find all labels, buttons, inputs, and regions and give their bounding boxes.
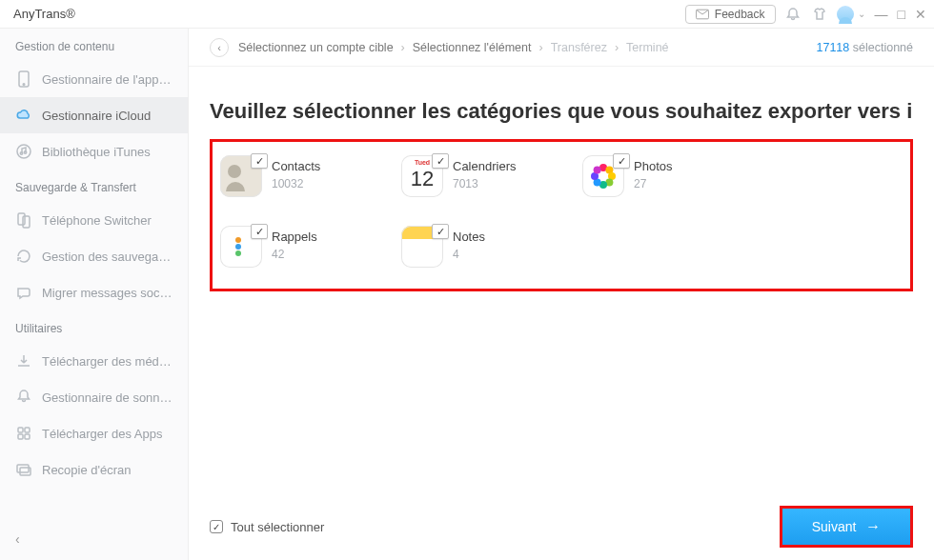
photos-icon: ✓	[582, 155, 624, 197]
breadcrumb-step: Terminé	[626, 41, 668, 54]
calendar-icon: Tued 12 ✓	[401, 155, 443, 197]
checkbox-icon[interactable]: ✓	[613, 153, 630, 169]
checkbox-icon[interactable]: ✓	[432, 153, 449, 169]
sidebar-item-label: Gestion des sauvegardes	[42, 250, 173, 264]
chevron-right-icon: ›	[538, 41, 542, 54]
category-calendars[interactable]: Tued 12 ✓ Calendriers 7013	[401, 155, 544, 197]
collapse-sidebar-button[interactable]: ‹	[0, 522, 188, 560]
category-count: 10032	[272, 177, 320, 190]
chevron-right-icon: ›	[401, 41, 405, 54]
sidebar-item-label: Gestionnaire iCloud	[42, 109, 151, 123]
reminders-icon: ✓	[220, 226, 262, 268]
footer: ✓ Tout sélectionner Suivant →	[189, 503, 934, 560]
arrow-right-icon: →	[865, 518, 881, 535]
contacts-icon: ✓	[220, 155, 262, 197]
sidebar-group-backup: Sauvegarde & Transfert	[0, 170, 188, 202]
svg-rect-6	[18, 213, 25, 225]
sidebar-item-device-manager[interactable]: Gestionnaire de l'appareil	[0, 61, 188, 97]
titlebar: AnyTrans® Feedback ⌄ — □ ✕	[0, 0, 934, 29]
sidebar-item-social-migrate[interactable]: Migrer messages sociaux	[0, 274, 188, 310]
sidebar-item-label: Gestionnaire de l'appareil	[42, 72, 173, 87]
close-button[interactable]: ✕	[915, 7, 926, 22]
mail-icon	[696, 9, 709, 20]
checkbox-icon[interactable]: ✓	[251, 224, 268, 239]
category-count: 42	[272, 248, 317, 261]
sidebar: Gestion de contenu Gestionnaire de l'app…	[0, 29, 189, 560]
category-count: 7013	[453, 177, 516, 190]
category-label: Notes	[453, 230, 485, 244]
category-contacts[interactable]: ✓ Contacts 10032	[220, 155, 363, 197]
shirt-icon[interactable]	[810, 5, 829, 24]
sidebar-group-utilities: Utilitaires	[0, 310, 188, 343]
sidebar-item-label: Recopie d'écran	[42, 463, 132, 477]
sidebar-item-label: Téléphone Switcher	[42, 213, 152, 228]
svg-rect-9	[25, 428, 30, 432]
svg-rect-12	[17, 465, 29, 472]
svg-rect-7	[23, 216, 30, 228]
bell-icon[interactable]	[783, 5, 802, 24]
feedback-button[interactable]: Feedback	[685, 5, 776, 24]
notes-icon: ✓	[401, 226, 443, 268]
breadcrumb-step[interactable]: Sélectionnez l'élément	[413, 41, 532, 54]
categories-grid: ✓ Contacts 10032 Tued 12 ✓	[220, 155, 903, 268]
breadcrumb-back-button[interactable]: ‹	[210, 38, 229, 57]
next-button-highlight: Suivant →	[780, 506, 913, 548]
svg-rect-11	[25, 434, 30, 439]
app-title: AnyTrans®	[13, 7, 75, 21]
select-all-checkbox[interactable]: ✓ Tout sélectionner	[210, 520, 324, 534]
category-label: Calendriers	[453, 159, 516, 173]
sidebar-item-phone-switcher[interactable]: Téléphone Switcher	[0, 202, 188, 238]
svg-rect-10	[18, 434, 23, 439]
sidebar-item-label: Bibliothèque iTunes	[42, 145, 151, 159]
sidebar-item-media-download[interactable]: Télécharger des médias	[0, 343, 188, 379]
sidebar-item-label: Migrer messages sociaux	[42, 286, 173, 300]
category-notes[interactable]: ✓ Notes 4	[401, 226, 544, 268]
category-label: Rappels	[272, 230, 317, 244]
chevron-down-icon[interactable]: ⌄	[858, 9, 865, 19]
main: ‹ Sélectionnez un compte cible › Sélecti…	[189, 29, 934, 560]
avatar[interactable]	[837, 6, 854, 23]
sidebar-item-label: Gestionnaire de sonnerie	[42, 390, 173, 405]
category-reminders[interactable]: ✓ Rappels 42	[220, 226, 363, 268]
category-count: 4	[453, 248, 485, 261]
sidebar-group-content: Gestion de contenu	[0, 29, 188, 61]
sidebar-item-screen-copy[interactable]: Recopie d'écran	[0, 451, 188, 488]
category-label: Contacts	[272, 159, 320, 173]
svg-point-2	[23, 84, 25, 86]
breadcrumb: ‹ Sélectionnez un compte cible › Sélecti…	[189, 29, 934, 67]
svg-point-21	[594, 167, 601, 174]
svg-rect-8	[18, 428, 23, 432]
categories-area-highlight: ✓ Contacts 10032 Tued 12 ✓	[210, 139, 913, 291]
checkbox-icon[interactable]: ✓	[251, 153, 268, 169]
next-button[interactable]: Suivant →	[782, 509, 910, 545]
sidebar-item-label: Télécharger des Apps	[42, 427, 162, 441]
checkbox-icon[interactable]: ✓	[432, 224, 449, 239]
next-button-label: Suivant	[812, 519, 857, 534]
sidebar-item-itunes-library[interactable]: Bibliothèque iTunes	[0, 133, 188, 170]
page-title: Veuillez sélectionner les catégories que…	[210, 99, 913, 124]
breadcrumb-step[interactable]: Sélectionnez un compte cible	[238, 41, 394, 54]
sidebar-item-label: Télécharger des médias	[42, 354, 173, 369]
selection-count: 17118 sélectionné	[817, 41, 913, 54]
feedback-label: Feedback	[715, 8, 765, 21]
sidebar-item-apps-download[interactable]: Télécharger des Apps	[0, 415, 188, 451]
sidebar-item-backup-manager[interactable]: Gestion des sauvegardes	[0, 238, 188, 274]
maximize-button[interactable]: □	[898, 7, 905, 22]
sidebar-item-icloud-manager[interactable]: Gestionnaire iCloud	[0, 97, 188, 133]
chevron-right-icon: ›	[615, 41, 619, 54]
category-photos[interactable]: ✓ Photos 27	[582, 155, 725, 197]
minimize-button[interactable]: —	[875, 7, 888, 22]
category-count: 27	[634, 177, 672, 190]
checkbox-icon: ✓	[210, 520, 223, 533]
category-label: Photos	[634, 159, 672, 173]
select-all-label: Tout sélectionner	[231, 520, 324, 534]
sidebar-item-ringtone-manager[interactable]: Gestionnaire de sonnerie	[0, 379, 188, 415]
breadcrumb-step: Transférez	[551, 41, 607, 54]
